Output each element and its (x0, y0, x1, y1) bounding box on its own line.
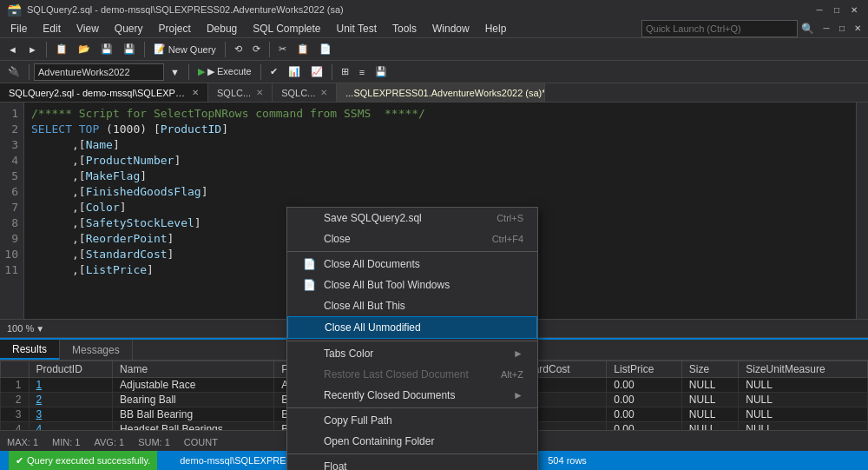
menu-file[interactable]: File (3, 21, 34, 36)
toolbar-btn5[interactable]: ⟳ (248, 40, 265, 59)
col-header-size[interactable]: Size (681, 361, 738, 378)
tab-close-2[interactable]: ✕ (320, 88, 327, 97)
tb-close-button[interactable]: ✕ (851, 22, 865, 36)
ctx-item-arrow-icon: ► (513, 348, 523, 360)
display-plan-button[interactable]: 📈 (306, 63, 327, 82)
menu-sqlcomplete[interactable]: SQL Complete (246, 21, 327, 36)
menubar: File Edit View Query Project Debug SQL C… (0, 19, 868, 38)
context-menu-item[interactable]: Recently Closed Documents► (287, 385, 537, 406)
messages-tab[interactable]: Messages (60, 340, 133, 360)
ctx-item-left: Recently Closed Documents (301, 389, 455, 401)
tab-sqlquery2[interactable]: SQLQuery2.sql - demo-mssql\SQLEXPRESS02.… (0, 83, 208, 102)
quick-launch-input[interactable] (641, 20, 798, 37)
menu-help[interactable]: Help (478, 21, 514, 36)
tab-close-1[interactable]: ✕ (256, 88, 263, 97)
toolbar-btn4[interactable]: ⟲ (230, 40, 247, 59)
parse-button[interactable]: ✔ (266, 63, 282, 82)
context-menu-separator (287, 251, 537, 252)
context-menu-item[interactable]: Copy Full Path (287, 410, 537, 431)
toolbar-btn1[interactable]: 📋 (51, 40, 72, 59)
col-header-sizeunitmeasure[interactable]: SizeUnitMeasure (739, 361, 868, 378)
vertical-scrollbar[interactable] (856, 103, 868, 319)
zoom-level: 100 % (7, 323, 34, 334)
back-icon: ◄ (8, 44, 17, 55)
toolbar-btn8[interactable]: 📄 (315, 40, 336, 59)
menu-query[interactable]: Query (108, 21, 150, 36)
menu-view[interactable]: View (69, 21, 106, 36)
menu-edit[interactable]: Edit (36, 21, 68, 36)
save-button[interactable]: 💾 (96, 40, 117, 59)
ctx-item-shortcut: Ctrl+F4 (492, 234, 523, 244)
context-menu-item[interactable]: Float (287, 456, 537, 470)
tab-label-0: SQLQuery2.sql - demo-mssql\SQLEXPRESS02.… (9, 88, 187, 98)
tab-sqlc2[interactable]: SQLC... ✕ (273, 83, 337, 102)
ctx-item-label: Float (324, 460, 347, 470)
zoom-dropdown-icon[interactable]: ▼ (36, 324, 44, 334)
toolbar-query: 🔌 ▼ ▶ ▶ Execute ✔ 📊 📈 ⊞ ≡ 💾 (0, 61, 868, 83)
results-grid-button[interactable]: ⊞ (337, 63, 353, 82)
context-menu-item[interactable]: 📄Close All Documents (287, 254, 537, 275)
ctx-item-left: Restore Last Closed Document (301, 368, 469, 381)
tb-maximize-button[interactable]: □ (835, 22, 849, 36)
ctx-item-right: ► (513, 389, 523, 401)
tab-close-0[interactable]: ✕ (192, 88, 199, 97)
table-cell: Bearing Ball (113, 393, 274, 407)
database-selector[interactable] (34, 63, 164, 81)
db-dropdown-button[interactable]: ▼ (166, 63, 184, 82)
forward-icon: ► (28, 44, 37, 55)
menu-unittest[interactable]: Unit Test (330, 21, 384, 36)
toolbar-main: ◄ ► 📋 📂 💾 💾 📝 New Query ⟲ ⟳ ✂ 📋 📄 (0, 38, 868, 61)
col-header-productid[interactable]: ProductID (29, 361, 113, 378)
tb-minimize-button[interactable]: ─ (819, 22, 833, 36)
ctx-item-icon: 📄 (301, 258, 317, 270)
display-ep-button[interactable]: 📊 (284, 63, 305, 82)
close-button[interactable]: ✕ (847, 3, 861, 17)
forward-button[interactable]: ► (23, 40, 42, 59)
connect-button[interactable]: 🔌 (3, 63, 24, 82)
checkmark-icon: ✔ (16, 455, 23, 467)
results-tab[interactable]: Results (0, 340, 60, 360)
ctx-item-left: Close All But This (301, 300, 405, 312)
context-menu-item[interactable]: Close All But This (287, 295, 537, 316)
context-menu-item[interactable]: Save SQLQuery2.sqlCtrl+S (287, 208, 537, 228)
tab-adventureworks1[interactable]: ...SQLEXPRESS01.AdventureWorks2022 (sa)*… (337, 83, 545, 102)
context-menu-item[interactable]: 📄Close All But Tool Windows (287, 275, 537, 295)
results-text-button[interactable]: ≡ (355, 63, 369, 82)
sep4 (269, 42, 270, 57)
context-menu-item[interactable]: Close All Unmodified (287, 316, 537, 339)
menu-project[interactable]: Project (152, 21, 198, 36)
ctx-item-left: Open Containing Folder (301, 435, 434, 447)
toolbar-btn6[interactable]: ✂ (274, 40, 291, 59)
context-menu-item[interactable]: Open Containing Folder (287, 431, 537, 452)
execute-button[interactable]: ▶ ▶ Execute (194, 63, 256, 82)
toolbar-btn2[interactable]: 📂 (74, 40, 95, 59)
table-cell: 1 (1, 378, 30, 393)
table-cell: NULL (681, 393, 738, 407)
menu-tools[interactable]: Tools (385, 21, 424, 36)
ctx-item-left: Close All Unmodified (302, 321, 421, 334)
tab-sqlc1[interactable]: SQLC... ✕ (208, 83, 273, 102)
execute-icon: ▶ (198, 66, 205, 77)
ctx-item-label: Close All Unmodified (325, 321, 421, 334)
back-button[interactable]: ◄ (3, 40, 22, 59)
ctx-item-label: Close (324, 233, 351, 245)
context-menu-item[interactable]: CloseCtrl+F4 (287, 228, 537, 249)
menu-debug[interactable]: Debug (200, 21, 244, 36)
col-header-name[interactable]: Name (113, 361, 274, 378)
ctx-item-left: Tabs Color (301, 348, 373, 360)
toolbar-btn3[interactable]: 💾 (119, 40, 140, 59)
minimize-button[interactable]: ─ (812, 3, 826, 17)
ctx-item-label: Copy Full Path (324, 414, 392, 427)
menu-window[interactable]: Window (425, 21, 477, 36)
toolbar-btn7[interactable]: 📋 (293, 40, 313, 59)
new-query-label: New Query (168, 44, 216, 55)
new-query-button[interactable]: 📝 New Query (149, 40, 220, 59)
col-header-listprice[interactable]: ListPrice (607, 361, 681, 378)
context-menu-item[interactable]: Tabs Color► (287, 343, 537, 364)
save-all-icon: 💾 (123, 43, 135, 55)
results-file-button[interactable]: 💾 (371, 63, 391, 82)
ctx-item-arrow-icon: ► (513, 389, 523, 401)
context-menu-item: Restore Last Closed DocumentAlt+Z (287, 364, 537, 385)
maximize-button[interactable]: □ (830, 3, 844, 17)
table-cell: 3 (1, 407, 30, 422)
